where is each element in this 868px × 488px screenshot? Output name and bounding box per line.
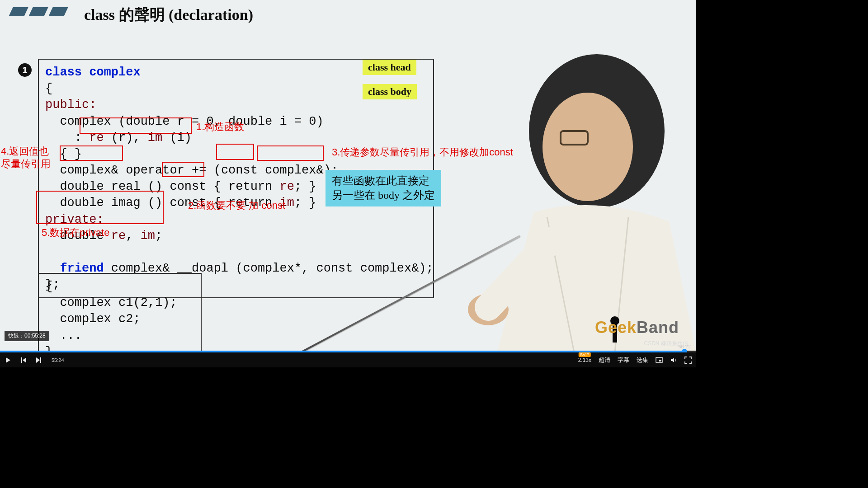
- note-box: 有些函數在此直接定 另一些在 body 之外定: [326, 170, 441, 206]
- next-button[interactable]: [35, 357, 42, 364]
- prev-button[interactable]: [20, 357, 27, 364]
- seek-preview-tooltip: 快退：00:55:28: [5, 331, 49, 341]
- current-time-label: 55:24: [52, 357, 64, 363]
- playlist-button[interactable]: 选集: [637, 356, 648, 364]
- next-icon: [35, 357, 42, 364]
- prev-icon: [20, 357, 27, 364]
- svg-point-1: [542, 93, 633, 201]
- watermark-geekband: GeekBand: [595, 318, 679, 337]
- highlight-initlist: [80, 117, 192, 134]
- slide-title: class 的聲明 (declaration): [84, 5, 253, 25]
- presenter-figure: [434, 41, 696, 352]
- accent-bars: [11, 7, 66, 16]
- speed-badge: SVIP: [579, 352, 591, 357]
- volume-button[interactable]: [670, 357, 677, 364]
- quality-button[interactable]: 超清: [599, 356, 610, 364]
- anno-1: 1.构造函数: [196, 120, 244, 134]
- highlight-return-ref: [60, 145, 123, 161]
- anno-2: 2.函数要不要 加 const: [188, 199, 285, 212]
- slide-number-badge: 1: [18, 63, 32, 77]
- volume-icon: [670, 357, 677, 364]
- highlight-const-arg: [216, 144, 254, 160]
- play-button[interactable]: [5, 357, 12, 364]
- pip-icon: [656, 357, 663, 364]
- highlight-param-ref: [257, 145, 324, 161]
- subtitle-button[interactable]: 字幕: [618, 356, 629, 364]
- fullscreen-icon: [684, 357, 692, 364]
- anno-4-line2: 尽量传引用: [1, 157, 51, 171]
- anno-5: 5.数据在private: [42, 226, 109, 239]
- fullscreen-button[interactable]: [684, 357, 692, 364]
- slide-area: class 的聲明 (declaration) 1 class head cla…: [0, 0, 696, 352]
- pip-button[interactable]: [656, 357, 663, 364]
- play-icon: [5, 357, 12, 364]
- code-block-usage: { complex c1(2,1); complex c2; ... }: [38, 273, 202, 352]
- player-controls: 55:24 SVIP 2.13x 超清 字幕 选集: [0, 352, 696, 367]
- playback-speed[interactable]: SVIP 2.13x: [578, 357, 591, 363]
- svg-rect-7: [659, 360, 661, 361]
- highlight-private: [36, 191, 164, 224]
- highlight-const-fn: [162, 162, 204, 177]
- anno-4-line1: 4.返回值也: [1, 145, 49, 158]
